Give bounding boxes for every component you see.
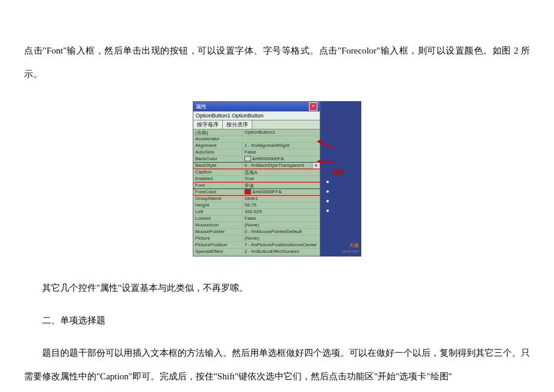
property-name: Left [193,209,243,215]
properties-title: 属性 [196,103,207,111]
property-value[interactable] [243,136,320,142]
property-value[interactable]: 1 - fmTextAlignLeft [243,255,320,256]
property-row[interactable]: LockedFalse [193,216,320,222]
property-name: Alignment [193,143,243,149]
property-row[interactable]: (名称)OptionButton1 [193,129,320,136]
sort-tabs: 按字母序 按分类序 [193,120,320,129]
property-name: (名称) [193,129,243,135]
close-icon[interactable]: × [309,102,317,111]
property-value[interactable]: (None) [243,235,320,241]
tab-categorized[interactable]: 按分类序 [223,120,252,129]
property-name: Accelerator [193,136,243,142]
property-name: SpecialEffect [193,249,243,255]
property-value[interactable]: (None) [243,222,320,228]
property-row[interactable]: Caption选项A [193,169,320,176]
property-row[interactable]: TextAlign1 - fmTextAlignLeft [193,255,320,256]
property-row[interactable]: Alignment1 - fmAlignmentRight [193,143,320,149]
color-swatch-icon [244,156,251,161]
property-name: TextAlign [193,255,243,256]
paragraph-radio-setup: 题目的题干部份可以用插入文本框的方法输入。然后用单选框做好四个选项。可以在做好一… [24,341,530,388]
property-name: PicturePosition [193,242,243,248]
property-row[interactable]: BackStyle0 - fmBackStyleTransparent▾ [193,163,320,169]
paragraph-other-ctrls: 其它几个控件"属性"设置基本与此类似，不再罗嗦。 [24,276,530,300]
properties-window: 属性 × OptionButton1 OptionButton 按字母序 按分类… [193,101,320,257]
property-value[interactable]: False [243,149,320,155]
watermark-bottom: yesky.com [342,249,359,253]
properties-grid: (名称)OptionButton1AcceleratorAlignment1 -… [193,129,320,256]
property-row[interactable]: Height58.75 [193,202,320,209]
figure-2: 属性 × OptionButton1 OptionButton 按字母序 按分类… [24,95,530,267]
property-name: Locked [193,216,243,222]
paragraph-font-forecolor: 点击"Font"输入框，然后单击出现的按钮，可以设置字体、字号等格式。点击"Fo… [24,39,530,86]
property-name: Font [193,182,243,188]
property-name: Height [193,202,243,208]
property-value[interactable]: 1 - fmAlignmentRight [243,143,320,149]
property-value[interactable]: 392.625 [243,209,320,215]
callout-label: 示例 [332,169,343,176]
property-row[interactable]: ForeColor&H00000FF& [193,189,320,196]
property-row[interactable]: MousePointer0 - fmMousePointerDefault [193,229,320,235]
property-value[interactable]: OptionButton1 [243,129,320,135]
property-name: Caption [193,169,243,175]
property-value[interactable]: &H00000FF& [243,189,320,195]
property-row[interactable]: Font宋体 [193,182,320,189]
property-value[interactable]: 7 - fmPicturePositionAboveCenter [243,242,320,248]
property-name: GroupName [193,196,243,202]
property-row[interactable]: MouseIcon(None) [193,222,320,229]
radio-handles [326,173,329,219]
property-value[interactable]: 58.75 [243,202,320,208]
property-value[interactable]: 2 - fmButtonEffectSunken [243,249,320,255]
property-value[interactable]: 0 - fmMousePointerDefault [243,229,320,235]
property-value[interactable]: Slide1 [243,196,320,202]
property-name: AutoSize [193,149,243,155]
properties-titlebar[interactable]: 属性 × [193,102,320,111]
object-selector[interactable]: OptionButton1 OptionButton [193,111,320,120]
property-row[interactable]: PicturePosition7 - fmPicturePositionAbov… [193,242,320,249]
property-value[interactable]: 选项A [243,169,320,175]
watermark-logo: 天极 yesky.com [342,243,359,254]
property-row[interactable]: GroupNameSlide1 [193,196,320,202]
property-row[interactable]: Accelerator [193,136,320,143]
property-row[interactable]: SpecialEffect2 - fmButtonEffectSunken [193,249,320,255]
property-row[interactable]: Picture(None) [193,235,320,242]
property-name: BackStyle [193,163,243,169]
property-name: MouseIcon [193,222,243,228]
property-name: ForeColor [193,189,243,195]
slide-preview: 示例 天极 yesky.com [320,101,361,257]
property-value[interactable]: 0 - fmBackStyleTransparent▾ [243,163,320,169]
property-name: BackColor [193,156,243,162]
watermark-top: 天极 [349,243,359,248]
property-name: Picture [193,235,243,241]
property-name: Enabled [193,176,243,182]
color-swatch-icon [244,189,251,194]
property-value[interactable]: 宋体 [243,182,320,188]
property-value[interactable]: &H8000000F& [243,156,320,162]
tab-alphabetic[interactable]: 按字母序 [193,120,223,129]
property-value[interactable]: True [243,176,320,182]
property-name: MousePointer [193,229,243,235]
property-value[interactable]: False [243,216,320,222]
property-row[interactable]: BackColor&H8000000F& [193,156,320,163]
property-row[interactable]: Left392.625 [193,209,320,216]
property-row[interactable]: EnabledTrue [193,176,320,182]
heading-section-2: 二、单项选择题 [24,309,530,332]
property-row[interactable]: AutoSizeFalse [193,149,320,156]
